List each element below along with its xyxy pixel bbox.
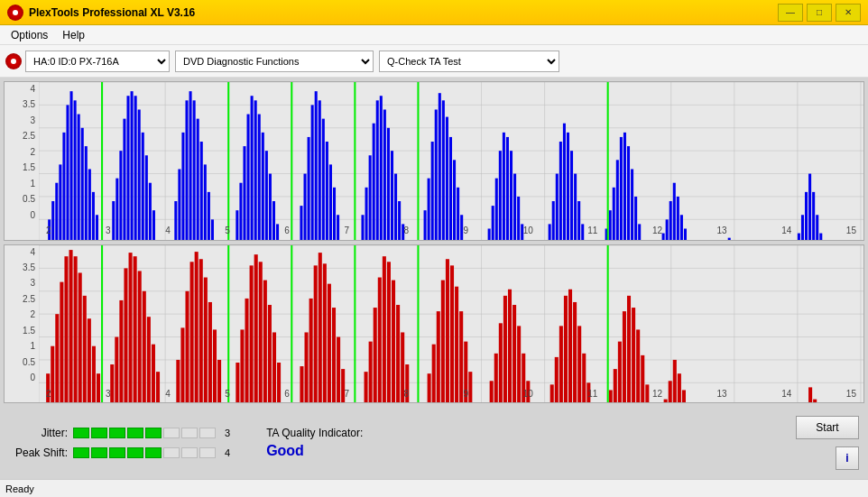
close-button[interactable]: ✕ (836, 4, 861, 22)
svg-rect-65 (254, 100, 257, 239)
svg-rect-210 (195, 252, 199, 402)
top-chart-y-axis: 4 3.5 3 2.5 2 1.5 1 0.5 0 (5, 82, 39, 222)
jitter-seg-1 (73, 428, 89, 438)
ta-quality-value: Good (266, 443, 304, 459)
maximize-button[interactable]: □ (807, 4, 832, 22)
svg-rect-87 (376, 100, 379, 239)
svg-rect-88 (380, 96, 383, 239)
svg-rect-52 (185, 100, 188, 239)
svg-rect-44 (138, 109, 141, 239)
ps-seg-2 (91, 447, 107, 458)
bottom-chart-container: 4 3.5 3 2.5 2 1.5 1 0.5 0 (4, 244, 864, 404)
svg-rect-250 (446, 259, 449, 402)
test-select[interactable]: Q-Check TA Test (379, 51, 559, 72)
jitter-label: Jitter: (9, 427, 68, 439)
jitter-value: 3 (225, 428, 230, 438)
titlebar-controls: — □ ✕ (778, 4, 861, 22)
svg-rect-201 (138, 271, 142, 402)
svg-rect-190 (78, 272, 82, 402)
svg-rect-43 (134, 96, 137, 239)
bottom-chart-area: 4 3.5 3 2.5 2 1.5 1 0.5 0 (5, 245, 863, 403)
svg-rect-187 (64, 256, 68, 402)
svg-rect-54 (193, 100, 196, 239)
svg-rect-230 (319, 253, 322, 402)
svg-rect-53 (189, 91, 192, 239)
svg-rect-198 (124, 268, 127, 402)
jitter-seg-5 (145, 428, 162, 438)
app-icon (7, 5, 23, 21)
svg-rect-200 (134, 256, 137, 402)
svg-rect-30 (74, 100, 77, 239)
app-title: PlexTools Professional XL V3.16 (29, 6, 195, 19)
bottom-chart-y-axis: 4 3.5 3 2.5 2 1.5 1 0.5 0 (5, 245, 39, 385)
svg-rect-100 (442, 100, 445, 239)
start-button[interactable]: Start (796, 416, 859, 439)
ps-seg-1 (73, 447, 89, 458)
svg-rect-219 (250, 265, 254, 402)
jitter-seg-3 (109, 428, 125, 438)
svg-rect-64 (251, 96, 254, 239)
svg-rect-98 (435, 109, 438, 239)
titlebar-left: PlexTools Professional XL V3.16 (7, 5, 195, 21)
top-chart-svg (39, 82, 863, 240)
svg-rect-240 (383, 256, 386, 402)
peak-shift-value: 4 (225, 447, 230, 458)
svg-rect-77 (319, 100, 321, 239)
jitter-seg-8 (199, 428, 216, 438)
svg-rect-211 (199, 259, 203, 402)
svg-rect-29 (70, 91, 73, 239)
jitter-seg-4 (127, 428, 143, 438)
svg-rect-229 (314, 265, 318, 402)
svg-rect-199 (129, 253, 133, 402)
peak-shift-meter (73, 447, 216, 458)
ps-seg-3 (109, 447, 125, 458)
bottom-panel: Jitter: 3 Peak Shift: (0, 407, 868, 479)
function-select[interactable]: DVD Diagnostic Functions (175, 51, 374, 72)
bottom-chart-svg (39, 245, 863, 403)
svg-rect-76 (315, 91, 318, 239)
svg-rect-220 (254, 254, 258, 402)
device-icon (5, 53, 22, 69)
minimize-button[interactable]: — (778, 4, 803, 22)
svg-rect-221 (259, 262, 263, 402)
device-section: HA:0 ID:0 PX-716A (5, 51, 170, 72)
ta-quality-label: TA Quality Indicator: (266, 427, 363, 439)
peak-shift-label: Peak Shift: (9, 446, 68, 459)
svg-rect-231 (323, 263, 327, 402)
jitter-seg-6 (163, 428, 180, 438)
top-chart-area: 4 3.5 3 2.5 2 1.5 1 0.5 0 (5, 82, 863, 240)
svg-rect-75 (311, 105, 314, 239)
jitter-seg-7 (181, 428, 198, 438)
svg-rect-42 (131, 91, 134, 239)
ps-seg-6 (163, 447, 180, 458)
device-select[interactable]: HA:0 ID:0 PX-716A (25, 51, 170, 72)
toolbar: HA:0 ID:0 PX-716A DVD Diagnostic Functio… (0, 45, 868, 78)
svg-rect-41 (126, 96, 129, 239)
ta-quality-section: TA Quality Indicator: Good (266, 427, 363, 459)
peak-shift-row: Peak Shift: 4 (9, 446, 230, 459)
top-chart-x-axis: 2 3 4 5 6 7 8 9 10 11 12 13 14 15 (39, 222, 863, 240)
top-chart-container: 4 3.5 3 2.5 2 1.5 1 0.5 0 (4, 81, 864, 241)
menu-help[interactable]: Help (55, 27, 92, 43)
main-content: 4 3.5 3 2.5 2 1.5 1 0.5 0 (0, 78, 868, 407)
svg-rect-189 (74, 256, 78, 402)
svg-rect-209 (190, 262, 194, 402)
metrics-section: Jitter: 3 Peak Shift: (9, 427, 230, 459)
info-button[interactable]: i (836, 446, 859, 470)
svg-rect-188 (69, 250, 73, 402)
svg-rect-241 (387, 262, 391, 402)
ps-seg-4 (127, 447, 143, 458)
jitter-row: Jitter: 3 (9, 427, 230, 439)
bottom-chart-x-axis: 2 3 4 5 6 7 8 9 10 11 12 13 14 15 (39, 384, 863, 402)
ps-seg-5 (145, 447, 162, 458)
statusbar: Ready (0, 479, 868, 497)
ps-seg-7 (181, 447, 198, 458)
ps-seg-8 (199, 447, 216, 458)
svg-rect-28 (66, 105, 69, 239)
svg-rect-251 (450, 265, 454, 402)
svg-rect-99 (439, 93, 441, 239)
jitter-meter (73, 428, 216, 438)
menu-options[interactable]: Options (4, 27, 55, 43)
menubar: Options Help (0, 25, 868, 45)
jitter-seg-2 (91, 428, 107, 438)
